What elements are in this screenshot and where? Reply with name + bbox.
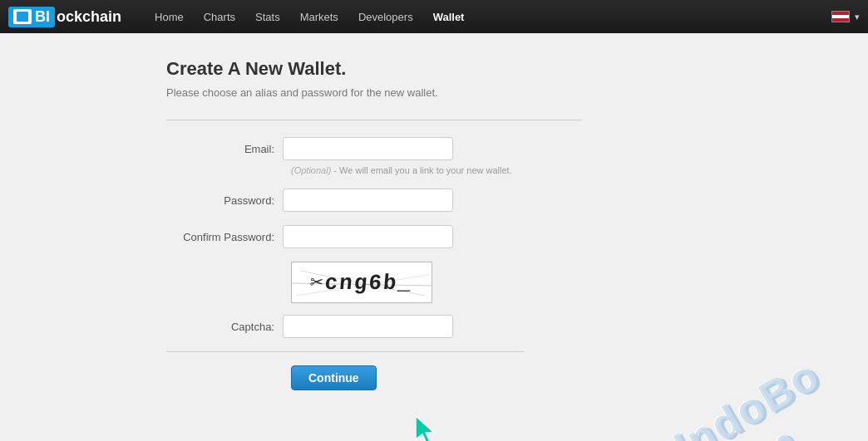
email-row: Email: <box>166 137 582 160</box>
nav-wallet[interactable]: Wallet <box>425 7 473 27</box>
nav-home[interactable]: Home <box>146 7 192 27</box>
logo[interactable]: Bl ockchain <box>8 7 121 27</box>
nav-right: ▾ <box>831 11 860 22</box>
nav-markets[interactable]: Markets <box>292 7 347 27</box>
confirm-password-row: Confirm Password: <box>166 225 582 248</box>
watermark-line2: .com <box>690 391 851 441</box>
captcha-label: Captcha: <box>166 321 283 333</box>
language-dropdown[interactable]: ▾ <box>855 12 860 22</box>
form-title: Create A New Wallet. <box>166 58 582 80</box>
captcha-image-row: ✂cng6b_ <box>291 262 582 303</box>
cursor-svg <box>416 416 441 441</box>
nav-links: Home Charts Stats Markets Developers Wal… <box>146 7 831 27</box>
continue-button[interactable]: Continue <box>291 365 377 390</box>
language-flag-icon <box>831 11 850 22</box>
nav-charts[interactable]: Charts <box>195 7 244 27</box>
watermark: IndoBo .com <box>666 350 851 441</box>
form-divider-bottom <box>166 351 524 352</box>
watermark-line1: IndoBo <box>666 350 827 441</box>
email-input[interactable] <box>283 137 453 160</box>
password-input[interactable] <box>283 189 453 212</box>
confirm-password-label: Confirm Password: <box>166 231 283 243</box>
nav-stats[interactable]: Stats <box>247 7 289 27</box>
nav-developers[interactable]: Developers <box>350 7 422 27</box>
svg-marker-3 <box>416 416 434 441</box>
captcha-input[interactable] <box>283 315 453 338</box>
captcha-image: ✂cng6b_ <box>291 262 432 303</box>
captcha-display-text: ✂cng6b_ <box>309 269 414 296</box>
form-container: Create A New Wallet. Please choose an al… <box>166 58 582 416</box>
logo-chain-text: ockchain <box>57 8 121 26</box>
email-note: (Optional) - We will email you a link to… <box>291 165 582 175</box>
password-row: Password: <box>166 189 582 212</box>
form-subtitle: Please choose an alias and password for … <box>166 86 582 99</box>
main-content: Create A New Wallet. Please choose an al… <box>0 33 868 441</box>
confirm-password-input[interactable] <box>283 225 453 248</box>
form-divider-top <box>166 120 582 120</box>
logo-icon <box>13 9 32 24</box>
email-label: Email: <box>166 143 283 155</box>
password-label: Password: <box>166 194 283 207</box>
email-note-optional: (Optional) <box>291 165 331 175</box>
captcha-row: Captcha: <box>166 315 582 338</box>
email-note-text: - We will email you a link to your new w… <box>333 165 511 175</box>
navbar: Bl ockchain Home Charts Stats Markets De… <box>0 0 868 33</box>
logo-block: Bl <box>8 7 55 27</box>
